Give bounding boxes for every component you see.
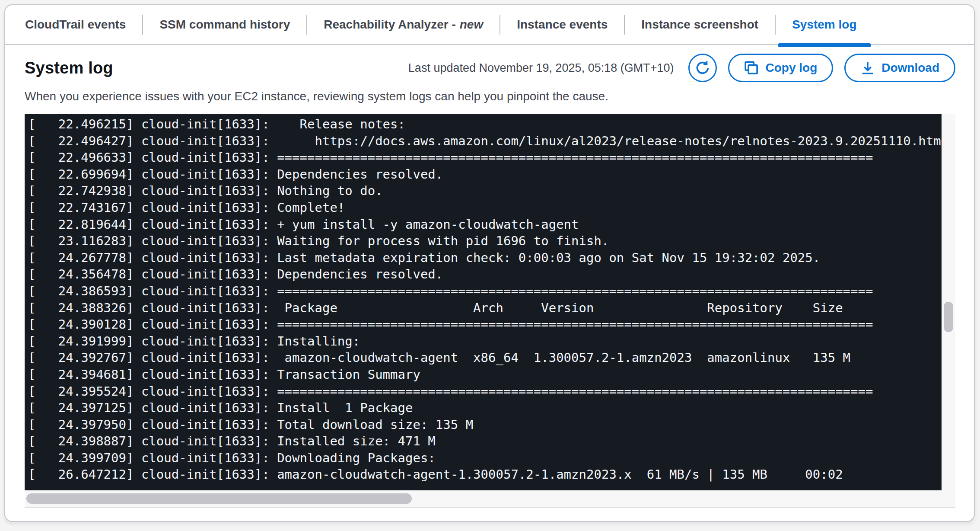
tab-instance-screenshot[interactable]: Instance screenshot bbox=[625, 5, 775, 45]
vertical-scrollbar-track[interactable] bbox=[942, 114, 955, 491]
download-label: Download bbox=[881, 61, 939, 75]
tab-instance-events[interactable]: Instance events bbox=[500, 5, 624, 45]
tab-label: Instance events bbox=[517, 18, 608, 32]
tab-cloudtrail-events[interactable]: CloudTrail events bbox=[9, 5, 142, 45]
log-line: [ 24.398887] cloud-init[1633]: Installed… bbox=[28, 433, 942, 450]
log-line: [ 24.397950] cloud-init[1633]: Total dow… bbox=[28, 416, 942, 433]
tab-system-log[interactable]: System log bbox=[776, 5, 873, 45]
copy-log-label: Copy log bbox=[765, 61, 817, 75]
log-line: [ 24.267778] cloud-init[1633]: Last meta… bbox=[28, 250, 942, 266]
tab-new-badge: new bbox=[460, 18, 483, 32]
system-log-viewer: [ 22.496215] cloud-init[1633]: Release n… bbox=[25, 114, 955, 508]
log-line: [ 24.391999] cloud-init[1633]: Installin… bbox=[28, 333, 942, 350]
page-background: CloudTrail events SSM command history Re… bbox=[0, 0, 980, 531]
log-line: [ 24.388326] cloud-init[1633]: Package A… bbox=[28, 300, 942, 317]
log-line: [ 22.742938] cloud-init[1633]: Nothing t… bbox=[28, 182, 942, 199]
log-line: [ 24.395524] cloud-init[1633]: =========… bbox=[28, 383, 942, 400]
page-title: System log bbox=[25, 59, 113, 77]
tab-label: System log bbox=[792, 18, 856, 32]
log-line: [ 24.390128] cloud-init[1633]: =========… bbox=[28, 316, 942, 333]
description-text: When you experience issues with your EC2… bbox=[25, 89, 955, 104]
log-line: [ 24.356478] cloud-init[1633]: Dependenc… bbox=[28, 266, 942, 283]
log-line: [ 24.392767] cloud-init[1633]: amazon-cl… bbox=[28, 349, 942, 366]
log-line: [ 23.116283] cloud-init[1633]: Waiting f… bbox=[28, 233, 942, 250]
log-line: [ 26.647212] cloud-init[1633]: amazon-cl… bbox=[28, 466, 942, 483]
copy-icon bbox=[744, 61, 759, 75]
panel-header: System log Last updated November 19, 202… bbox=[25, 53, 955, 83]
log-line: [ 22.496633] cloud-init[1633]: =========… bbox=[28, 149, 942, 166]
tab-label: SSM command history bbox=[159, 18, 290, 32]
log-line: [ 22.496427] cloud-init[1633]: https://d… bbox=[28, 133, 942, 150]
tab-label: CloudTrail events bbox=[25, 18, 126, 32]
refresh-icon bbox=[695, 60, 710, 76]
log-line: [ 24.399709] cloud-init[1633]: Downloadi… bbox=[28, 450, 942, 467]
log-line: [ 24.397125] cloud-init[1633]: Install 1… bbox=[28, 400, 942, 416]
horizontal-scrollbar-track[interactable] bbox=[25, 490, 955, 507]
panel-body: System log Last updated November 19, 202… bbox=[5, 53, 974, 508]
tab-label: Instance screenshot bbox=[641, 18, 758, 32]
last-updated-text: Last updated November 19, 2025, 05:18 (G… bbox=[408, 61, 674, 75]
log-output[interactable]: [ 22.496215] cloud-init[1633]: Release n… bbox=[25, 114, 942, 491]
log-line: [ 22.819644] cloud-init[1633]: + yum ins… bbox=[28, 216, 942, 233]
copy-log-button[interactable]: Copy log bbox=[728, 54, 833, 82]
tab-reachability-analyzer[interactable]: Reachability Analyzer - new bbox=[307, 5, 500, 45]
tab-ssm-command-history[interactable]: SSM command history bbox=[143, 5, 306, 45]
tab-label: Reachability Analyzer - bbox=[324, 18, 456, 32]
log-line: [ 22.699694] cloud-init[1633]: Dependenc… bbox=[28, 166, 942, 183]
tab-bar: CloudTrail events SSM command history Re… bbox=[5, 5, 974, 45]
download-button[interactable]: Download bbox=[844, 54, 955, 82]
vertical-scrollbar-thumb[interactable] bbox=[944, 302, 953, 332]
horizontal-scrollbar-thumb[interactable] bbox=[26, 493, 412, 504]
log-line: [ 24.394681] cloud-init[1633]: Transacti… bbox=[28, 366, 942, 383]
log-line: [ 22.496215] cloud-init[1633]: Release n… bbox=[28, 116, 942, 133]
log-line: [ 22.743167] cloud-init[1633]: Complete! bbox=[28, 199, 942, 216]
download-icon bbox=[860, 61, 875, 75]
refresh-button[interactable] bbox=[688, 54, 717, 82]
header-controls: Last updated November 19, 2025, 05:18 (G… bbox=[408, 54, 955, 82]
log-line: [ 24.386593] cloud-init[1633]: =========… bbox=[28, 283, 942, 300]
panel-card: CloudTrail events SSM command history Re… bbox=[4, 4, 975, 522]
